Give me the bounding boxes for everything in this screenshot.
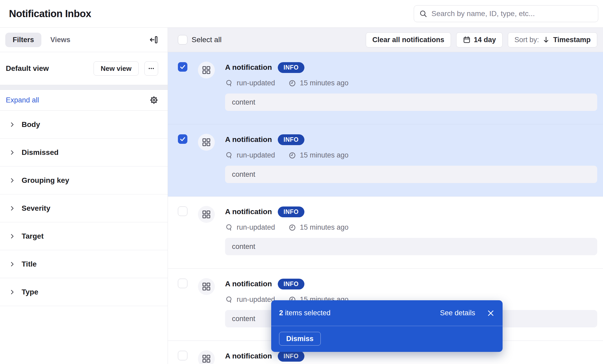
view-row: Default view New view — [0, 52, 168, 85]
tab-filters[interactable]: Filters — [5, 33, 41, 47]
clear-all-notifications-button[interactable]: Clear all notifications — [366, 32, 451, 47]
toast-header: 2 items selected See details — [271, 300, 503, 326]
timestamp: 15 minutes ago — [300, 151, 349, 159]
notification-avatar — [198, 206, 215, 223]
header: Notification Inbox — [0, 0, 603, 28]
event-type: run-updated — [237, 151, 275, 159]
gear-icon[interactable] — [150, 96, 158, 104]
severity-badge: INFO — [278, 351, 304, 362]
severity-badge: INFO — [278, 279, 304, 289]
toast-message: 2 items selected — [279, 309, 330, 317]
notification-avatar — [198, 134, 215, 151]
timestamp: 15 minutes ago — [300, 79, 349, 87]
timestamp: 15 minutes ago — [300, 223, 349, 232]
sort-by-label: Sort by: — [514, 36, 539, 44]
run-icon — [225, 79, 233, 87]
grid-icon — [202, 282, 211, 291]
grid-icon — [202, 65, 211, 75]
grid-icon — [202, 210, 211, 219]
sidebar-section-severity[interactable]: Severity — [0, 194, 168, 222]
notification-title: A notification — [225, 63, 272, 72]
checkmark-icon — [179, 136, 186, 142]
sidebar-section-target[interactable]: Target — [0, 222, 168, 250]
chevron-right-icon — [9, 289, 15, 295]
section-label: Grouping key — [22, 176, 69, 185]
chevron-right-icon — [9, 121, 15, 128]
notification-checkbox[interactable] — [178, 62, 187, 72]
calendar-icon — [463, 36, 471, 44]
checkmark-icon — [179, 63, 186, 70]
event-type: run-updated — [237, 296, 275, 304]
notification-content: content — [225, 94, 597, 111]
notification-avatar — [198, 62, 215, 78]
notification-content: content — [225, 166, 597, 183]
view-more-button[interactable] — [144, 61, 158, 76]
sort-value: Timestamp — [553, 36, 591, 44]
list-toolbar: Select all Clear all notifications 14 da… — [168, 28, 603, 52]
see-details-link[interactable]: See details — [440, 309, 475, 317]
ellipsis-icon — [148, 65, 155, 72]
search-icon — [419, 10, 427, 18]
severity-badge: INFO — [278, 206, 304, 217]
dismiss-button[interactable]: Dismiss — [279, 332, 321, 346]
sidebar-tabs: Filters Views — [0, 28, 168, 52]
notification-title: A notification — [225, 352, 272, 360]
selected-count-suffix: items selected — [283, 309, 330, 317]
run-icon — [225, 151, 233, 159]
selection-toast: 2 items selected See details Dismiss — [271, 300, 503, 352]
chevron-right-icon — [9, 261, 15, 267]
notification-checkbox[interactable] — [178, 134, 187, 144]
sidebar: Filters Views Default view New view Expa… — [0, 28, 168, 364]
sidebar-section-body[interactable]: Body — [0, 111, 168, 139]
run-icon — [225, 296, 233, 304]
clock-icon — [288, 224, 296, 232]
notification-title: A notification — [225, 135, 272, 144]
panel-collapse-left-icon[interactable] — [149, 35, 158, 44]
expand-all-row: Expand all — [0, 90, 168, 111]
expand-all-link[interactable]: Expand all — [6, 96, 39, 104]
run-icon — [225, 224, 233, 232]
event-type: run-updated — [237, 79, 275, 87]
new-view-button[interactable]: New view — [94, 61, 139, 76]
sort-button[interactable]: Sort by: Timestamp — [508, 32, 597, 47]
grid-icon — [202, 354, 211, 363]
notification-content: content — [225, 238, 597, 255]
section-label: Body — [22, 120, 40, 129]
notification-checkbox[interactable] — [178, 351, 187, 360]
section-label: Title — [22, 260, 37, 268]
section-label: Type — [22, 288, 38, 296]
chevron-right-icon — [9, 205, 15, 211]
severity-badge: INFO — [278, 134, 304, 145]
date-range-button[interactable]: 14 day — [456, 32, 503, 47]
search-box[interactable] — [414, 5, 598, 22]
current-view-name: Default view — [6, 64, 49, 73]
date-range-label: 14 day — [474, 36, 496, 44]
sidebar-section-dismissed[interactable]: Dismissed — [0, 139, 168, 166]
notification-avatar — [198, 350, 215, 364]
close-icon[interactable] — [487, 309, 495, 317]
sidebar-section-type[interactable]: Type — [0, 278, 168, 306]
section-label: Dismissed — [22, 148, 59, 157]
section-label: Target — [22, 232, 44, 240]
clock-icon — [288, 151, 296, 159]
grid-icon — [202, 137, 211, 147]
sidebar-section-title[interactable]: Title — [0, 250, 168, 278]
notification-row[interactable]: A notification INFO run-updated 15 minut… — [168, 124, 603, 196]
selected-count: 2 — [279, 309, 283, 317]
chevron-right-icon — [9, 177, 15, 184]
notification-checkbox[interactable] — [178, 206, 187, 216]
chevron-right-icon — [9, 233, 15, 239]
search-input[interactable] — [431, 9, 593, 18]
select-all-checkbox[interactable] — [178, 35, 187, 45]
notification-row[interactable]: A notification INFO run-updated 15 minut… — [168, 52, 603, 124]
page-title: Notification Inbox — [9, 8, 91, 19]
arrow-down-icon — [542, 36, 550, 44]
notification-title: A notification — [225, 208, 272, 216]
notification-inbox-page: Notification Inbox Filters Views Default… — [0, 0, 603, 364]
notification-row[interactable]: A notification INFO run-updated 15 minut… — [168, 196, 603, 269]
notification-checkbox[interactable] — [178, 279, 187, 288]
select-all-label: Select all — [192, 36, 222, 44]
sidebar-section-grouping-key[interactable]: Grouping key — [0, 166, 168, 194]
tab-views[interactable]: Views — [50, 36, 70, 44]
notification-list-panel: Select all Clear all notifications 14 da… — [168, 28, 603, 364]
